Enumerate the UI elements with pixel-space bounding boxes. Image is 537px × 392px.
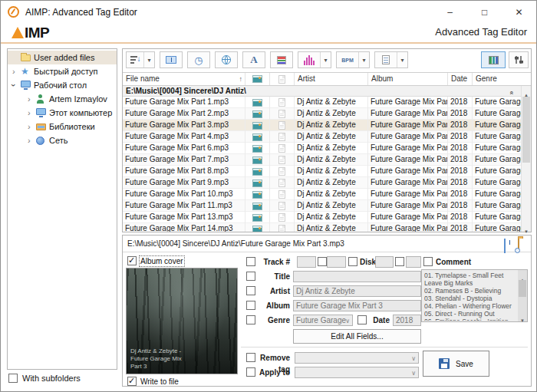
table-row[interactable]: Future Garage Mix Part 1.mp3Dj Antiz & Z… — [123, 97, 521, 108]
save-label: Save — [456, 360, 473, 368]
disk-total-checkbox[interactable] — [395, 257, 404, 266]
remove-tag-dropdown[interactable] — [295, 352, 419, 364]
edit-all-fields-button[interactable]: Edit All Fields... — [293, 329, 421, 344]
comment-scrollbar[interactable] — [518, 270, 527, 321]
cell-album: Future Garage Mix Part 14 — [368, 223, 448, 232]
cell-album: Future Garage Mix Part 3 — [368, 120, 448, 131]
scrollbar-thumb[interactable] — [522, 97, 530, 163]
history-button[interactable]: ◷ — [187, 51, 210, 68]
letter-case-button[interactable]: A — [242, 51, 265, 68]
table-row[interactable]: Future Garage Mix Part 7.mp3Dj Antiz & Z… — [123, 154, 521, 166]
table-row[interactable]: Future Garage Mix Part 2.mp3Dj Antiz & Z… — [123, 108, 521, 120]
column-header-document[interactable] — [270, 73, 295, 85]
table-row[interactable]: Future Garage Mix Part 9.mp3Dj Antiz & Z… — [123, 177, 521, 189]
settings-button[interactable] — [509, 51, 529, 68]
scripts-button[interactable] — [374, 51, 408, 68]
artist-field[interactable]: Dj Antiz & Zebyte — [293, 285, 421, 297]
tree-item-network[interactable]: Сеть — [8, 133, 117, 147]
maximize-button[interactable]: □ — [467, 1, 502, 24]
tree-item-quick-access[interactable]: ★ Быстрый доступ — [8, 64, 117, 78]
comment-checkbox[interactable] — [423, 257, 433, 266]
column-label: File name — [126, 74, 160, 83]
chevron-right-icon[interactable] — [28, 108, 36, 117]
table-row[interactable]: Future Garage Mix Part 6.mp3Dj Antiz & Z… — [123, 143, 521, 154]
columns-button[interactable] — [481, 51, 506, 68]
cell-genre: Future Garage — [473, 120, 521, 131]
scripts-dropdown-arrow[interactable] — [397, 52, 407, 68]
locate-file-icon[interactable] — [518, 239, 519, 252]
rename-button[interactable] — [160, 51, 183, 68]
column-header-file-name[interactable]: File name ↑ — [123, 73, 245, 85]
track-number-field[interactable] — [297, 256, 316, 268]
table-row[interactable]: Future Garage Mix Part 13.mp3Dj Antiz & … — [123, 212, 521, 223]
album-cover-checkbox[interactable] — [127, 256, 137, 265]
date-label: Date — [364, 315, 390, 326]
scroll-up-icon[interactable] — [518, 271, 527, 280]
tree-item-libraries[interactable]: Библиотеки — [8, 120, 117, 133]
disk-total-field[interactable] — [406, 256, 421, 268]
disk-checkbox[interactable] — [348, 257, 357, 266]
tree-item-this-pc[interactable]: Этот компьютер — [8, 106, 117, 120]
save-button[interactable]: Save — [423, 351, 489, 377]
write-to-file-checkbox[interactable] — [127, 377, 137, 386]
table-row[interactable]: Future Garage Mix Part 3.mp3Dj Antiz & Z… — [123, 120, 521, 131]
track-total-checkbox[interactable] — [318, 257, 327, 266]
cell-document — [270, 166, 295, 177]
column-header-picture[interactable] — [245, 73, 270, 85]
bpm-button[interactable]: BPM — [336, 51, 370, 68]
table-row[interactable]: Future Garage Mix Part 10.mp3Dj Antiz & … — [123, 189, 521, 200]
picture-icon — [252, 191, 262, 199]
chevron-right-icon[interactable] — [28, 136, 36, 145]
chevron-right-icon[interactable] — [28, 122, 36, 131]
sort-dropdown-arrow[interactable] — [143, 52, 154, 68]
rename-file-icon[interactable] — [504, 239, 506, 253]
with-subfolders-checkbox[interactable] — [8, 374, 18, 383]
table-row[interactable]: Future Garage Mix Part 14.mp3Dj Antiz & … — [123, 223, 521, 232]
chevron-down-icon[interactable] — [12, 81, 21, 90]
globe-icon — [222, 55, 231, 64]
comment-box[interactable]: 01. Tymelapse - Small Feet Leave Big Mar… — [421, 269, 528, 322]
album-field[interactable]: Future Garage Mix Part 3 — [293, 300, 421, 311]
scrollbar-thumb[interactable] — [519, 280, 526, 297]
date-field[interactable]: 2018 — [393, 315, 421, 326]
disk-number-field[interactable] — [375, 256, 394, 268]
table-row[interactable]: Future Garage Mix Part 8.mp3Dj Antiz & Z… — [123, 166, 521, 177]
chevron-right-icon[interactable] — [28, 94, 36, 104]
sort-button[interactable] — [126, 51, 155, 68]
column-header-genre[interactable]: Genre — [473, 73, 521, 85]
title-field[interactable] — [293, 271, 421, 282]
tree-item-label: Этот компьютер — [49, 108, 112, 117]
scroll-down-icon[interactable] — [518, 311, 527, 321]
cell-date: 2018 — [448, 120, 473, 131]
lyrics-button[interactable] — [270, 51, 293, 68]
column-header-album[interactable]: Album — [368, 73, 448, 85]
tree-item-desktop[interactable]: Рабочий стол — [8, 78, 117, 92]
genre-dropdown[interactable]: Future Garage — [293, 315, 353, 326]
group-row[interactable]: E:\Music\[0004] Sincere\DJ Antiz\ — [123, 86, 521, 97]
bpm-dropdown-arrow[interactable] — [358, 52, 369, 68]
table-row[interactable]: Future Garage Mix Part 4.mp3Dj Antiz & Z… — [123, 131, 521, 143]
libraries-icon — [36, 124, 49, 130]
tree-item-user-profile[interactable]: Artem Izmaylov — [8, 92, 117, 106]
close-button[interactable]: ✕ — [502, 1, 536, 24]
waveform-button[interactable] — [298, 51, 331, 68]
table-row[interactable]: Future Garage Mix Part 11.mp3Dj Antiz & … — [123, 200, 521, 212]
tree-item-label: Artem Izmaylov — [49, 94, 107, 104]
scroll-down-icon[interactable] — [522, 222, 531, 232]
album-cover-image[interactable]: Dj Antiz & Zebyte - Future Garage Mix Pa… — [126, 268, 238, 374]
column-header-artist[interactable]: Artist — [295, 73, 368, 85]
scroll-up-icon[interactable] — [522, 86, 531, 95]
window-controls: – □ ✕ — [433, 1, 536, 24]
table-scrollbar[interactable] — [521, 86, 531, 232]
waveform-dropdown-arrow[interactable] — [320, 52, 331, 68]
tree-item-user-added-files[interactable]: User added files — [8, 51, 117, 64]
cell-document — [270, 177, 295, 189]
sort-ascending-icon: ↑ — [239, 73, 243, 85]
minimize-button[interactable]: – — [433, 1, 467, 24]
track-total-field[interactable] — [327, 256, 346, 268]
column-header-date[interactable]: Date — [448, 73, 473, 85]
chevron-right-icon[interactable] — [12, 67, 21, 76]
apply-to-dropdown[interactable] — [295, 367, 419, 378]
web-lookup-button[interactable] — [215, 51, 238, 68]
cell-album: Future Garage Mix Part 9 — [368, 177, 448, 189]
